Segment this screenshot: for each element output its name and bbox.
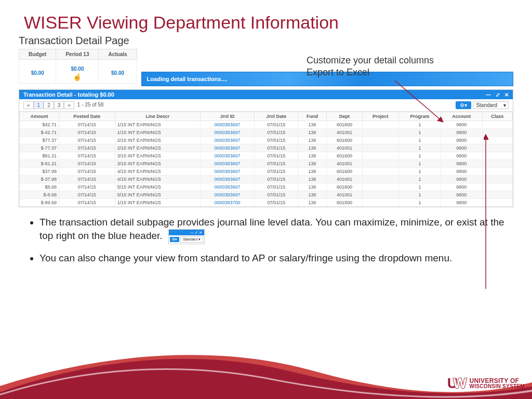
uw-logo: UW UNIVERSITY OF WISCONSIN SYSTEM [447,375,525,392]
svg-line-0 [395,81,443,122]
uw-logo-mark: UW [447,375,466,392]
annotation-arrows [0,0,532,399]
uw-logo-text: UNIVERSITY OF WISCONSIN SYSTEM [470,378,525,389]
